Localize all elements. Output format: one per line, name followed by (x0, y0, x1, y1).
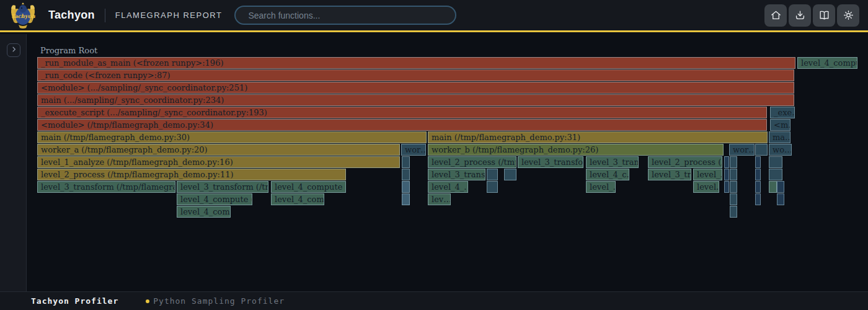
flame-frame[interactable] (730, 156, 737, 168)
flame-frame[interactable]: level_4_comput… (797, 57, 857, 69)
flame-frame[interactable] (755, 144, 768, 156)
flame-frame[interactable] (730, 181, 737, 193)
flame-frame[interactable]: level_1_analyze (/tmp/flamegraph_demo.py… (37, 156, 400, 168)
flame-frame[interactable]: _run_module_as_main (<frozen runpy>:196) (37, 57, 795, 69)
flame-frame[interactable]: main (/tmp/flamegraph_demo.py:30) (37, 131, 427, 143)
flame-frame[interactable] (504, 169, 516, 180)
flame-frame[interactable] (487, 169, 498, 180)
flame-frame[interactable] (730, 169, 737, 180)
flame-frame[interactable] (402, 156, 410, 168)
flame-frame[interactable]: level_3_transform (/tmp/fl… (177, 181, 268, 193)
flame-frame[interactable] (777, 193, 784, 205)
download-button[interactable] (789, 4, 811, 27)
flame-frame[interactable]: level_… (586, 181, 616, 193)
header: Tachyon Tachyon FLAMEGRAPH REPORT (0, 0, 868, 32)
flame-frame[interactable] (755, 169, 761, 180)
flame-frame[interactable]: main (.../sampling/_sync_coordinator.py:… (37, 94, 794, 106)
flame-frame[interactable]: level_2_process (/tm… (648, 156, 722, 168)
flame-frame[interactable]: <module> (.../sampling/_sync_coordinator… (37, 82, 794, 94)
flame-frame[interactable] (730, 206, 737, 218)
docs-button[interactable] (813, 4, 835, 27)
flamegraph: Program Root _run_module_as_main (<froze… (0, 0, 868, 291)
report-type-label: FLAMEGRAPH REPORT (115, 11, 223, 20)
flame-frame[interactable] (730, 193, 737, 205)
app-title: Tachyon (48, 9, 95, 22)
flame-frame[interactable]: <m… (770, 119, 790, 131)
flame-frame[interactable]: level_3_transform… (518, 156, 583, 168)
flame-frame[interactable]: level_4_com… (177, 206, 231, 218)
flame-frame[interactable]: worker_b (/tmp/flamegraph_demo.py:26) (428, 144, 724, 156)
flame-frame[interactable]: level_3_tr… (648, 169, 691, 180)
flame-root-label: Program Root (40, 46, 97, 56)
flame-frame[interactable]: level_4_compute (/t… (177, 193, 252, 205)
flame-frame[interactable]: wo… (769, 144, 792, 156)
flame-frame[interactable] (724, 181, 729, 193)
flame-frame[interactable]: level_4_c… (586, 169, 629, 180)
sidebar-expand-button[interactable] (7, 43, 20, 57)
flame-frame[interactable] (769, 169, 782, 180)
flame-frame[interactable]: _run_code (<frozen runpy>:87) (37, 69, 794, 81)
status-subtitle: Python Sampling Profiler (153, 296, 285, 306)
toolbar (764, 4, 859, 27)
svg-text:Tachyon: Tachyon (11, 13, 35, 19)
flame-frame[interactable]: level_3_trans… (586, 156, 639, 168)
chevron-right-icon (11, 46, 17, 53)
flame-frame[interactable] (724, 169, 729, 180)
flame-frame[interactable]: _exe… (770, 107, 795, 118)
flame-frame[interactable] (755, 181, 761, 193)
flame-frame[interactable]: main (/tmp/flamegraph_demo.py:31) (428, 131, 768, 143)
flame-frame[interactable] (755, 193, 761, 205)
flame-frame[interactable] (724, 156, 729, 168)
flame-frame[interactable] (402, 169, 410, 180)
flame-frame[interactable]: lev… (428, 193, 451, 205)
status-bar: Tachyon Profiler Python Sampling Profile… (0, 291, 868, 310)
status-app-name: Tachyon Profiler (31, 296, 118, 306)
flame-frame[interactable] (769, 156, 782, 168)
flame-frame[interactable]: level_… (693, 169, 722, 180)
flame-frame[interactable]: level_3_transform (/tmp/flamegraph_dem… (37, 181, 175, 193)
flame-frame[interactable]: worker_a (/tmp/flamegraph_demo.py:20) (37, 144, 400, 156)
flame-frame[interactable] (769, 181, 777, 193)
home-icon (770, 9, 782, 21)
flame-frame[interactable]: <module> (/tmp/flamegraph_demo.py:34) (37, 119, 767, 131)
sidebar (0, 34, 27, 291)
home-button[interactable] (764, 4, 787, 27)
sun-icon (843, 9, 854, 21)
flame-frame[interactable]: level_4_compute (/t… (271, 181, 346, 193)
flame-frame[interactable] (402, 181, 410, 193)
flame-frame[interactable]: level… (693, 181, 719, 193)
flame-frame[interactable]: level_2_process (/tmp/flamegraph_demo.py… (37, 169, 346, 180)
flame-frame[interactable]: level_3_transf… (428, 169, 485, 180)
flame-frame[interactable] (755, 156, 761, 168)
tachyon-logo-icon: Tachyon (10, 1, 36, 30)
flame-frame[interactable] (777, 181, 784, 193)
flame-frame[interactable] (487, 181, 498, 193)
book-icon (818, 9, 830, 21)
search-input[interactable] (234, 6, 456, 25)
flame-frame[interactable]: level_4_… (428, 181, 468, 193)
header-divider (105, 9, 105, 22)
flame-frame[interactable] (402, 193, 410, 205)
download-icon (794, 9, 806, 21)
flame-frame[interactable]: _execute_script (.../sampling/_sync_coor… (37, 107, 767, 118)
flame-frame[interactable]: wor… (729, 144, 755, 156)
flame-frame[interactable]: ma… (769, 131, 790, 143)
flame-frame[interactable]: level_4_com… (271, 193, 324, 205)
status-dot-icon (146, 299, 149, 303)
theme-button[interactable] (837, 4, 859, 27)
flame-frame[interactable]: wor… (401, 144, 426, 156)
flame-frame[interactable]: level_2_process (/tmp/fla… (428, 156, 516, 168)
